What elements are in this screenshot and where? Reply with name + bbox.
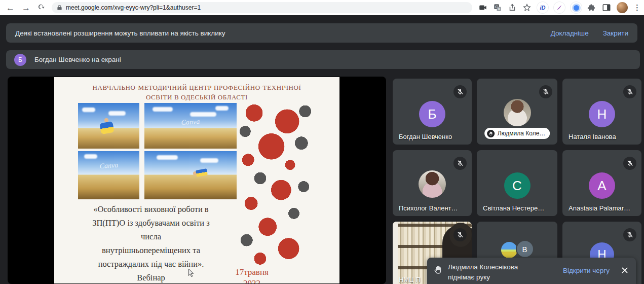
participant-tile-anastasia[interactable]: A Anastasia Palamar… [562,150,641,216]
extension-warning-banner: Деякі встановлені розширення можуть впли… [6,23,637,43]
browser-toolbar: ← → meet.google.com/xvg-eyyc-wry?pli=1&a… [0,0,644,15]
mic-muted-icon [623,228,636,241]
participant-name: Психолог Валент… [399,204,467,212]
participant-tile-liudmyla[interactable]: Людмила Коле… [477,79,557,145]
mic-muted-icon [623,157,636,170]
mic-muted-icon [539,85,552,98]
participant-name: Людмила Коле… [498,130,546,137]
slide-photo-child-flag [144,151,237,199]
raised-hand-icon [487,130,495,137]
participant-name: Богдан Шевченко [399,133,467,140]
banner-close-link[interactable]: Закрити [603,29,628,37]
presenting-banner: Б Богдан Шевченко на екрані [6,50,640,69]
participant-name: Anastasia Palamar… [569,204,636,212]
hand-raised-toast: Людмила Колеснікова піднімає руку Відкри… [427,258,636,284]
extensions-puzzle-icon[interactable] [587,3,596,12]
address-bar[interactable]: meet.google.com/xvg-eyyc-wry?pli=1&authu… [52,2,472,13]
slide-photo-field-canva: Canva [78,151,139,199]
open-queue-link[interactable]: Відкрити чергу [563,267,610,274]
participant-grid: Б Богдан Шевченко Людмила Коле… Н Наталя… [393,79,641,284]
embroidery-pattern [238,103,313,270]
reload-icon[interactable] [37,3,45,12]
participant-tile-svitlana[interactable]: С Світлана Нестере… [477,150,557,216]
slide-photo-grid: Canva Canva [78,103,237,199]
hand-raised-badge[interactable]: Людмила Коле… [484,128,550,139]
raised-hand-icon [433,265,443,275]
participant-name: Наталя Іванова [569,133,636,140]
id-extension-icon[interactable]: iD [537,2,548,13]
slide-org-title: НАВЧАЛЬНО-МЕТОДИЧНИЙ ЦЕНТР ПРОФЕСІЙНО-ТЕ… [54,83,339,102]
slide-photo-girl-flag [78,103,139,149]
camera-icon[interactable] [478,3,487,12]
side-panel-icon[interactable] [602,3,611,12]
slide-photo-wheat-field: Canva [144,103,237,149]
shared-slide: НАВЧАЛЬНО-МЕТОДИЧНИЙ ЦЕНТР ПРОФЕСІЙНО-ТЕ… [54,77,339,283]
meet-page: Деякі встановлені розширення можуть впли… [0,15,644,284]
avatar-photo [501,242,517,258]
mic-muted-icon [623,85,636,98]
banner-message: Деякі встановлені розширення можуть впли… [15,29,225,37]
presentation-stage[interactable]: НАВЧАЛЬНО-МЕТОДИЧНИЙ ЦЕНТР ПРОФЕСІЙНО-ТЕ… [8,77,386,284]
participant-tile-psychologist[interactable]: Психолог Валент… [393,150,472,216]
slide-event-type: Вебінар [58,271,244,283]
avatar: B [517,241,533,257]
profile-avatar[interactable] [617,2,628,13]
toast-message: Людмила Колеснікова піднімає руку [448,262,518,282]
avatar: С [504,172,531,199]
url-text[interactable]: meet.google.com/xvg-eyyc-wry?pli=1&authu… [66,4,201,11]
share-icon[interactable] [508,3,517,12]
back-icon[interactable]: ← [6,4,15,12]
mic-muted-icon [453,228,467,241]
chrome-menu-icon[interactable]: ⋮ [633,3,641,12]
presenter-avatar: Б [14,54,26,66]
presenting-text: Богдан Шевченко на екрані [34,56,121,63]
participant-name: Світлана Нестере… [483,204,552,212]
close-icon[interactable] [621,266,629,274]
avatar-photo [419,170,446,198]
participant-tile-bogdan[interactable]: Б Богдан Шевченко [393,79,472,145]
slide-quote: «Особливості виховної роботи в ЗП(ПТ)О і… [58,202,244,283]
avatar-photo [504,99,531,126]
forward-icon[interactable]: → [22,4,30,12]
mic-muted-icon [453,157,467,170]
translate-icon[interactable]: Ga [493,3,502,12]
mouse-cursor [188,268,195,277]
banner-details-link[interactable]: Докладніше [551,29,589,37]
avatar: A [589,172,615,199]
avatar: Б [419,101,445,127]
record-extension-icon[interactable] [571,2,582,13]
lock-icon [57,5,62,11]
bookmark-star-icon[interactable] [522,3,532,12]
mic-muted-icon [453,85,467,98]
avatar: Н [589,101,615,127]
participant-tile-natalia[interactable]: Н Наталя Іванова [562,79,641,145]
svg-text:a: a [498,7,500,11]
slide-date: 17травня 2022 [221,267,282,283]
pen-extension-icon[interactable] [554,2,565,13]
